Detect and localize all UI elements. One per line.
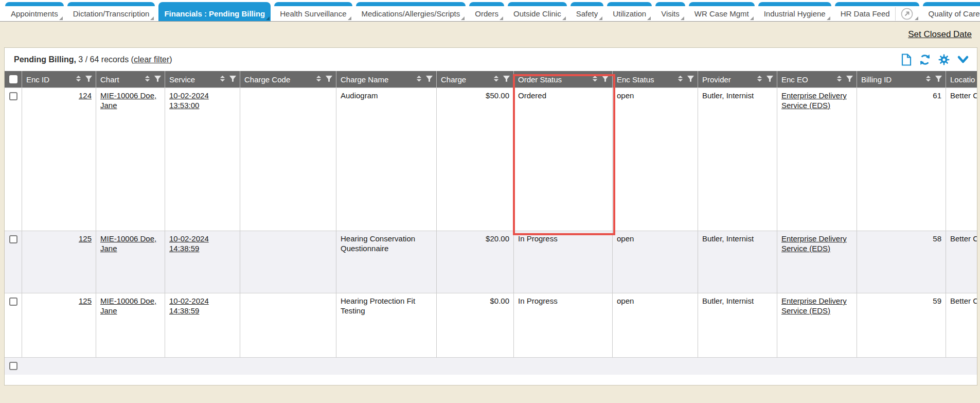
sort-icon[interactable] (756, 75, 763, 84)
chevron-down-icon[interactable] (957, 55, 969, 65)
column-label: Enc EO (781, 75, 833, 84)
filter-funnel-icon[interactable] (846, 75, 853, 84)
sort-icon[interactable] (315, 75, 322, 84)
filter-funnel-icon[interactable] (425, 75, 433, 84)
tab-appointments[interactable]: Appointments (5, 2, 64, 21)
panel-title: Pending Billing, (14, 55, 76, 64)
tab-fold-icon (827, 16, 830, 20)
panel-title-group: Pending Billing, 3 / 64 records (clear f… (14, 55, 172, 64)
column-header-enc_status: Enc Status (613, 71, 698, 87)
cell-link-enc_eo[interactable]: Enterprise Delivery Service (EDS) (781, 296, 847, 315)
sort-icon[interactable] (219, 75, 226, 84)
column-header-service: Service (165, 71, 240, 87)
cell-link-chart[interactable]: MIE-10006 Doe, Jane (100, 91, 156, 110)
cell-charge_name: Hearing Conservation Questionnaire (336, 231, 437, 293)
filter-funnel-icon[interactable] (601, 75, 609, 84)
tab-hr-data-feed[interactable]: HR Data Feed (835, 2, 919, 21)
cell-link-enc_id[interactable]: 125 (79, 234, 92, 243)
row-checkbox[interactable] (9, 362, 17, 370)
column-header-chart: Chart (96, 71, 165, 87)
cell-charge_code (240, 293, 336, 357)
tab-label: Safety (576, 9, 598, 18)
cell-link-enc_eo[interactable]: Enterprise Delivery Service (EDS) (781, 91, 847, 110)
cell-enc_eo: Enterprise Delivery Service (EDS) (777, 231, 857, 293)
table-row: 125MIE-10006 Doe, Jane10-02-2024 14:38:5… (5, 231, 977, 293)
cell-link-service[interactable]: 10-02-2024 14:38:59 (169, 296, 209, 315)
column-label: Charge (441, 75, 490, 84)
clear-filter-link[interactable]: clear filter (134, 55, 169, 64)
cell-provider: Butler, Internist (698, 293, 777, 357)
row-checkbox[interactable] (9, 235, 17, 243)
cell-link-service[interactable]: 10-02-2024 13:53:00 (169, 91, 209, 110)
filter-funnel-icon[interactable] (766, 75, 774, 84)
tab-label: Appointments (11, 9, 58, 18)
cell-link-service[interactable]: 10-02-2024 14:38:59 (169, 234, 209, 253)
cell-charge: $0.00 (437, 293, 514, 357)
cell-link-enc_eo[interactable]: Enterprise Delivery Service (EDS) (781, 234, 847, 253)
cell-enc_status: open (613, 231, 698, 293)
cell-charge_name: Audiogram (336, 88, 437, 231)
pending-billing-table: Enc IDChartServiceCharge CodeCharge Name… (5, 71, 977, 375)
tab-fold-icon (599, 16, 602, 20)
cell-link-enc_id[interactable]: 124 (79, 91, 92, 100)
filter-funnel-icon[interactable] (935, 75, 942, 84)
cell-link-enc_id[interactable]: 125 (79, 296, 92, 305)
row-checkbox[interactable] (9, 297, 17, 306)
refresh-icon[interactable] (919, 54, 931, 66)
cell-link-chart[interactable]: MIE-10006 Doe, Jane (100, 296, 156, 315)
tab-utilization[interactable]: Utilization (607, 2, 652, 21)
cell-charge_code (240, 88, 336, 231)
tab-bar: AppointmentsDictation/TranscriptionFinan… (0, 0, 980, 22)
gear-icon[interactable] (938, 54, 950, 66)
column-label: Chart (100, 75, 141, 84)
tab-financials-pending-billing[interactable]: Financials : Pending Billing (158, 2, 271, 21)
sort-icon[interactable] (677, 75, 684, 84)
filter-funnel-icon[interactable] (85, 75, 93, 84)
cell-link-chart[interactable]: MIE-10006 Doe, Jane (100, 234, 156, 253)
filter-funnel-icon[interactable] (503, 75, 510, 84)
column-header-location: Locatio (946, 71, 977, 87)
sort-icon[interactable] (493, 75, 500, 84)
sort-icon[interactable] (925, 75, 932, 84)
filter-funnel-icon[interactable] (154, 75, 162, 84)
column-label: Service (169, 75, 216, 84)
cell-enc_eo: Enterprise Delivery Service (EDS) (777, 88, 857, 231)
tab-industrial-hygiene[interactable]: Industrial Hygiene (758, 2, 831, 21)
tab-orders[interactable]: Orders (469, 2, 504, 21)
filter-funnel-icon[interactable] (687, 75, 694, 84)
tab-fold-icon (500, 16, 503, 20)
tab-fold-icon (461, 16, 465, 20)
filter-funnel-icon[interactable] (229, 75, 237, 84)
select-all-header (5, 71, 22, 87)
tab-quality-of-care[interactable]: Quality of Care (923, 2, 980, 21)
external-link-icon[interactable] (900, 7, 914, 21)
filter-funnel-icon[interactable] (325, 75, 333, 84)
sort-icon[interactable] (75, 75, 82, 84)
cell-billing_id: 59 (857, 293, 946, 357)
tab-medications-allergies-scripts[interactable]: Medications/Allergies/Scripts (356, 2, 466, 21)
cell-checkbox (5, 358, 22, 375)
cell-service: 10-02-2024 13:53:00 (165, 88, 240, 231)
tab-dictation-transcription[interactable]: Dictation/Transcription (67, 2, 155, 21)
cell-enc_eo: Enterprise Delivery Service (EDS) (777, 293, 857, 357)
sort-icon[interactable] (592, 75, 598, 84)
cell-enc_id: 125 (22, 293, 96, 357)
tab-safety[interactable]: Safety (571, 2, 604, 21)
sort-icon[interactable] (416, 75, 422, 84)
tab-visits[interactable]: Visits (655, 2, 685, 21)
cell-chart: MIE-10006 Doe, Jane (96, 231, 165, 293)
new-document-icon[interactable] (901, 54, 912, 66)
row-checkbox[interactable] (9, 92, 17, 100)
column-label: Enc Status (617, 75, 674, 84)
select-all-checkbox[interactable] (9, 75, 17, 83)
sort-icon[interactable] (144, 75, 151, 84)
sort-icon[interactable] (836, 75, 843, 84)
tab-wr-case-mgmt[interactable]: WR Case Mgmt (689, 2, 755, 21)
tab-label: HR Data Feed (841, 9, 890, 18)
tab-outside-clinic[interactable]: Outside Clinic (508, 2, 567, 21)
column-header-enc_id: Enc ID (22, 71, 96, 87)
set-closed-date-link[interactable]: Set Closed Date (908, 29, 972, 40)
column-header-billing_id: Billing ID (857, 71, 946, 87)
tab-health-surveillance[interactable]: Health Surveillance (274, 2, 352, 21)
record-count-text: 3 / 64 records ( (78, 55, 134, 64)
